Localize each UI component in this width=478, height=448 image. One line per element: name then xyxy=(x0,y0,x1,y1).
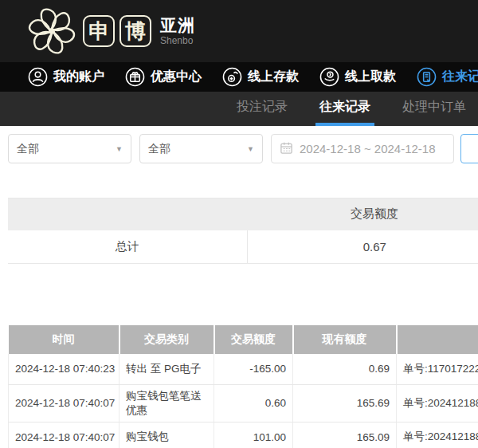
record-tabs: 投注记录 往来记录 处理中订单 xyxy=(0,92,478,126)
col-header-extra xyxy=(397,325,478,354)
nav-item-label: 我的账户 xyxy=(53,69,104,85)
nav-item-label: 线上取款 xyxy=(345,69,396,85)
cell-amount: 0.60 xyxy=(214,384,293,422)
cell-order-number: 单号:117017222 xyxy=(397,354,478,384)
cell-type: 转出 至 PG电子 xyxy=(120,354,214,384)
cell-amount: -165.00 xyxy=(214,354,293,384)
nav-item-deposit[interactable]: 线上存款 xyxy=(222,67,299,87)
summary-total-label: 总计 xyxy=(8,230,247,264)
cell-time: 2024-12-18 07:40:23 xyxy=(9,354,120,384)
brand-flower-icon xyxy=(27,6,76,56)
date-range-value: 2024-12-18 ~ 2024-12-18 xyxy=(300,142,436,155)
transactions-table: 时间 交易类别 交易额度 现有额度 2024-12-18 07:40:23 转出… xyxy=(8,325,478,448)
user-icon xyxy=(28,67,48,87)
cell-type: 购宝钱包笔笔送优惠 xyxy=(120,384,214,422)
cell-type: 购宝钱包 xyxy=(120,422,214,448)
col-header-time: 时间 xyxy=(9,325,120,354)
transaction-category-select[interactable]: 全部 ▼ xyxy=(139,134,263,163)
table-row: 2024-12-18 07:40:07 购宝钱包 101.00 165.09 单… xyxy=(9,422,478,448)
search-button[interactable] xyxy=(460,134,478,163)
summary-header-amount: 交易额度 xyxy=(247,198,478,230)
date-range-input[interactable]: 2024-12-18 ~ 2024-12-18 xyxy=(271,134,454,163)
summary-table: 交易额度 总计 0.67 xyxy=(8,198,478,264)
summary-header-blank xyxy=(8,198,247,230)
brand-char-box: 申 xyxy=(83,15,115,47)
cell-time: 2024-12-18 07:40:07 xyxy=(9,422,120,448)
site-header: 申 博 亚洲 Shenbo xyxy=(0,0,478,62)
nav-item-my-account[interactable]: 我的账户 xyxy=(28,67,104,87)
table-row: 2024-12-18 07:40:23 转出 至 PG电子 -165.00 0.… xyxy=(9,354,478,384)
col-header-type: 交易类别 xyxy=(120,325,214,354)
brand-region: 亚洲 Shenbo xyxy=(160,17,195,45)
nav-item-label: 优惠中心 xyxy=(151,69,202,85)
select-value: 全部 xyxy=(148,142,170,156)
cell-balance: 165.69 xyxy=(293,384,397,422)
brand-logo[interactable]: 申 博 亚洲 Shenbo xyxy=(83,15,195,47)
cell-order-number: 单号:202412188 xyxy=(397,384,478,422)
calendar-icon xyxy=(280,141,293,157)
nav-item-withdraw[interactable]: 线上取款 xyxy=(319,67,396,87)
brand-char-box: 博 xyxy=(120,15,151,47)
transactions-header-row: 时间 交易类别 交易额度 现有额度 xyxy=(9,325,478,354)
transaction-type-select[interactable]: 全部 ▼ xyxy=(8,134,131,163)
records-icon xyxy=(417,67,437,87)
nav-item-label: 线上存款 xyxy=(248,69,299,85)
gift-icon xyxy=(125,67,145,87)
deposit-icon xyxy=(222,67,242,87)
summary-total-amount: 0.67 xyxy=(247,230,478,264)
chevron-down-icon: ▼ xyxy=(116,145,123,153)
nav-item-transactions[interactable]: 往来记录 xyxy=(417,67,478,87)
filter-bar: 全部 ▼ 全部 ▼ 2024-12-18 ~ 2024-12-18 xyxy=(0,126,478,173)
tab-betting-records[interactable]: 投注记录 xyxy=(233,92,292,126)
table-row: 2024-12-18 07:40:07 购宝钱包笔笔送优惠 0.60 165.6… xyxy=(9,384,478,422)
cell-time: 2024-12-18 07:40:07 xyxy=(9,384,120,422)
brand-subtitle: Shenbo xyxy=(160,36,195,45)
chevron-down-icon: ▼ xyxy=(247,145,254,153)
cell-balance: 165.09 xyxy=(293,422,397,448)
brand-region-text: 亚洲 xyxy=(160,17,195,33)
summary-total-row: 总计 0.67 xyxy=(8,230,478,264)
nav-item-promotions[interactable]: 优惠中心 xyxy=(125,67,202,87)
withdraw-icon xyxy=(319,67,339,87)
tab-transaction-records[interactable]: 往来记录 xyxy=(315,92,374,126)
select-value: 全部 xyxy=(17,142,39,156)
col-header-balance: 现有额度 xyxy=(293,325,397,354)
cell-order-number: 单号:202412188 xyxy=(397,422,478,448)
cell-balance: 0.69 xyxy=(293,354,397,384)
cell-amount: 101.00 xyxy=(214,422,293,448)
nav-item-label: 往来记录 xyxy=(442,69,478,85)
summary-section: 交易额度 总计 0.67 xyxy=(8,198,478,264)
tab-pending-orders[interactable]: 处理中订单 xyxy=(398,92,470,126)
col-header-amount: 交易额度 xyxy=(214,325,293,354)
main-nav: 我的账户 优惠中心 线上存款 线上取款 xyxy=(0,62,478,92)
transactions-section: 时间 交易类别 交易额度 现有额度 2024-12-18 07:40:23 转出… xyxy=(8,325,478,448)
